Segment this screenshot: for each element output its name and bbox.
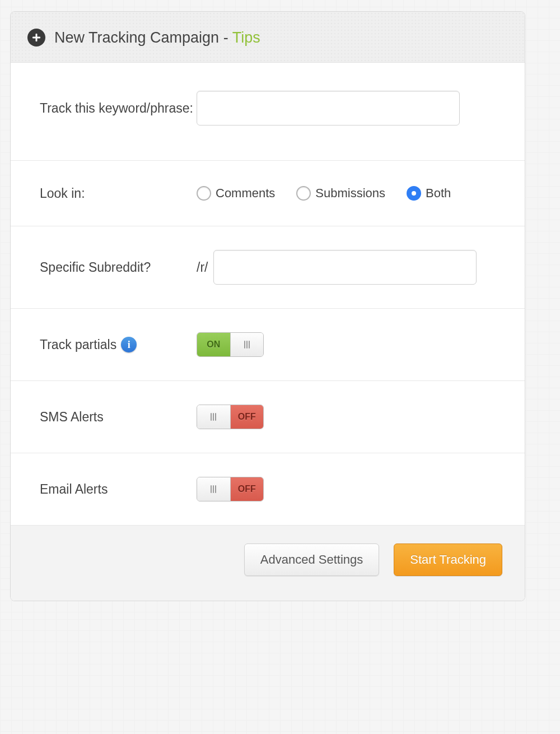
info-icon[interactable]: i [121,337,137,352]
toggle-off-label: OFF [231,405,264,429]
radio-submissions-label: Submissions [315,186,385,201]
radio-comments[interactable]: Comments [197,186,275,201]
svg-rect-1 [32,37,40,39]
new-tracking-campaign-panel: New Tracking Campaign - Tips Track this … [10,11,525,601]
radio-both-label: Both [426,186,451,201]
keyword-input[interactable] [197,91,460,126]
email-alerts-row: Email Alerts OFF [11,453,525,526]
track-partials-row: Track partials i ON [11,309,525,381]
look-in-label: Look in: [40,184,197,202]
look-in-radio-group: Comments Submissions Both [197,186,451,201]
keyword-label: Track this keyword/phrase: [40,99,197,117]
toggle-grip [197,477,231,501]
subreddit-label: Specific Subreddit? [40,258,197,276]
start-tracking-button[interactable]: Start Tracking [394,543,502,576]
tips-link[interactable]: Tips [232,29,260,46]
panel-title: New Tracking Campaign - Tips [54,29,260,47]
radio-icon [296,186,311,201]
track-partials-toggle[interactable]: ON [197,332,264,357]
radio-icon [197,186,211,201]
email-alerts-toggle[interactable]: OFF [197,477,264,501]
radio-comments-label: Comments [216,186,275,201]
track-partials-label-text: Track partials [40,336,116,354]
advanced-settings-button[interactable]: Advanced Settings [244,543,379,576]
email-alerts-label: Email Alerts [40,480,197,498]
keyword-row: Track this keyword/phrase: [11,63,525,161]
radio-icon [407,186,421,201]
radio-both[interactable]: Both [407,186,451,201]
radio-submissions[interactable]: Submissions [296,186,385,201]
plus-icon [27,29,45,47]
subreddit-prefix: /r/ [197,260,208,275]
subreddit-row: Specific Subreddit? /r/ [11,226,525,309]
sms-alerts-toggle[interactable]: OFF [197,405,264,429]
panel-title-text: New Tracking Campaign - [54,29,232,46]
toggle-grip [197,405,231,429]
panel-header: New Tracking Campaign - Tips [11,12,525,63]
toggle-off-label: OFF [231,477,264,501]
sms-alerts-row: SMS Alerts OFF [11,381,525,453]
subreddit-input[interactable] [213,250,477,285]
look-in-row: Look in: Comments Submissions Both [11,161,525,226]
panel-footer: Advanced Settings Start Tracking [11,526,525,601]
toggle-grip [230,333,264,356]
track-partials-label: Track partials i [40,336,197,354]
sms-alerts-label: SMS Alerts [40,408,197,426]
toggle-on-label: ON [197,333,230,356]
